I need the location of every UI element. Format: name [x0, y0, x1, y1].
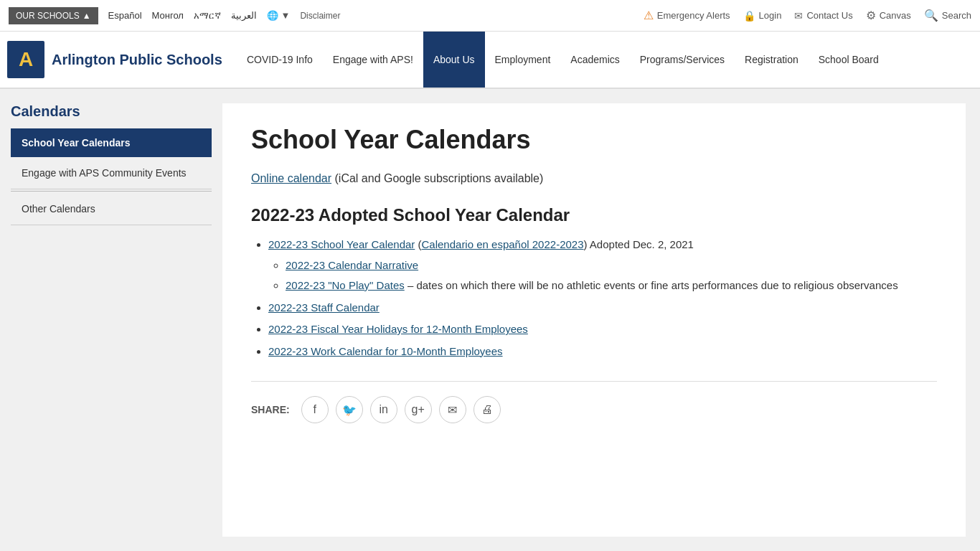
nav-about[interactable]: About Us — [423, 32, 485, 88]
share-twitter[interactable]: 🐦 — [336, 396, 363, 423]
list-item: 2022-23 Work Calendar for 10-Month Emplo… — [268, 344, 937, 360]
espanol-link[interactable]: Español — [108, 10, 142, 21]
contact-us-link[interactable]: ✉ Contact Us — [794, 10, 852, 22]
sidebar: Calendars School Year Calendars Engage w… — [0, 89, 222, 551]
search-link[interactable]: 🔍 Search — [924, 9, 971, 22]
mongolian-link[interactable]: Монгол — [152, 10, 184, 21]
nav-academics[interactable]: Academics — [560, 32, 629, 88]
share-facebook[interactable]: f — [301, 396, 329, 423]
email-share-icon: ✉ — [448, 403, 457, 417]
sidebar-item-engage-community[interactable]: Engage with APS Community Events — [11, 157, 212, 189]
online-calendar-link[interactable]: Online calendar — [251, 172, 331, 184]
online-cal-line: Online calendar (iCal and Google subscri… — [251, 172, 937, 185]
arabic-link[interactable]: العربية — [231, 10, 257, 21]
calendario-espanol-link[interactable]: Calendario en español 2022-2023 — [422, 238, 584, 250]
chevron-up-icon: ▲ — [83, 11, 91, 21]
school-name: Arlington Public Schools — [52, 51, 222, 68]
nav-employment[interactable]: Employment — [485, 32, 561, 88]
no-play-description: – dates on which there will be no athlet… — [407, 279, 898, 291]
sidebar-item-school-year-calendars[interactable]: School Year Calendars — [11, 128, 212, 157]
canvas-label: Canvas — [880, 10, 911, 21]
lock-icon: 🔒 — [743, 10, 755, 22]
adopted-text: Adopted Dec. 2, 2021 — [590, 238, 694, 250]
facebook-icon: f — [313, 403, 316, 416]
page-layout: Calendars School Year Calendars Engage w… — [0, 89, 980, 551]
search-label: Search — [942, 10, 971, 21]
school-year-cal-link[interactable]: 2022-23 School Year Calendar — [268, 238, 415, 250]
print-icon: 🖨 — [481, 403, 493, 416]
contact-us-label: Contact Us — [806, 10, 852, 21]
fiscal-year-holidays-link[interactable]: 2022-23 Fiscal Year Holidays for 12-Mont… — [268, 323, 528, 335]
list-item: 2022-23 Staff Calendar — [268, 300, 937, 316]
share-email[interactable]: ✉ — [439, 396, 466, 423]
top-bar-left: OUR SCHOOLS ▲ Español Монгол አማርኛ العربي… — [9, 7, 340, 24]
sidebar-item-other-calendars[interactable]: Other Calendars — [11, 193, 212, 225]
sidebar-heading: Calendars — [11, 103, 212, 120]
login-link[interactable]: 🔒 Login — [743, 10, 782, 22]
sub-list-item: 2022-23 "No Play" Dates – dates on which… — [286, 278, 937, 294]
share-print[interactable]: 🖨 — [473, 396, 501, 423]
logo-icon: A — [7, 41, 44, 78]
twitter-icon: 🐦 — [342, 403, 357, 417]
online-cal-suffix: (iCal and Google subscriptions available… — [331, 172, 543, 184]
list-item: 2022-23 Fiscal Year Holidays for 12-Mont… — [268, 321, 937, 338]
top-bar: OUR SCHOOLS ▲ Español Монгол አማርኛ العربي… — [0, 0, 980, 32]
nav-engage[interactable]: Engage with APS! — [323, 32, 423, 88]
section-heading: 2022-23 Adopted School Year Calendar — [251, 205, 937, 225]
disclaimer-link[interactable]: Disclaimer — [300, 11, 340, 21]
nav-school-board[interactable]: School Board — [809, 32, 889, 88]
mail-icon: ✉ — [794, 10, 803, 22]
nav-covid[interactable]: COVID-19 Info — [237, 32, 323, 88]
nav-registration[interactable]: Registration — [735, 32, 809, 88]
sub-list: 2022-23 Calendar Narrative 2022-23 "No P… — [268, 258, 937, 294]
main-nav: A Arlington Public Schools COVID-19 Info… — [0, 32, 980, 89]
calendar-narrative-link[interactable]: 2022-23 Calendar Narrative — [286, 259, 418, 271]
sidebar-divider — [11, 191, 212, 192]
login-label: Login — [759, 10, 782, 21]
main-content: School Year Calendars Online calendar (i… — [222, 103, 966, 537]
warning-icon: ⚠ — [644, 9, 654, 22]
canvas-link[interactable]: ⚙ Canvas — [866, 9, 911, 22]
staff-calendar-link[interactable]: 2022-23 Staff Calendar — [268, 301, 380, 314]
share-bar: SHARE: f 🐦 in g+ ✉ 🖨 — [251, 381, 937, 423]
top-bar-right: ⚠ Emergency Alerts 🔒 Login ✉ Contact Us … — [644, 9, 971, 22]
share-linkedin[interactable]: in — [370, 396, 397, 423]
page-title: School Year Calendars — [251, 125, 937, 155]
emergency-alerts-link[interactable]: ⚠ Emergency Alerts — [644, 9, 730, 22]
googleplus-icon: g+ — [412, 403, 425, 416]
search-icon: 🔍 — [924, 9, 938, 22]
main-list: 2022-23 School Year Calendar (Calendario… — [251, 237, 937, 359]
our-schools-label: OUR SCHOOLS — [16, 11, 80, 21]
no-play-dates-link[interactable]: 2022-23 "No Play" Dates — [286, 279, 405, 291]
nav-items: COVID-19 Info Engage with APS! About Us … — [237, 32, 889, 88]
linkedin-icon: in — [379, 403, 387, 416]
nav-programs[interactable]: Programs/Services — [630, 32, 735, 88]
share-googleplus[interactable]: g+ — [405, 396, 432, 423]
our-schools-button[interactable]: OUR SCHOOLS ▲ — [9, 7, 98, 24]
list-item: 2022-23 School Year Calendar (Calendario… — [268, 237, 937, 294]
amharic-link[interactable]: አማርኛ — [194, 10, 221, 22]
share-label: SHARE: — [251, 404, 290, 415]
globe-icon: 🌐 ▼ — [267, 10, 290, 21]
emergency-alerts-label: Emergency Alerts — [657, 10, 730, 21]
logo-link[interactable]: A Arlington Public Schools — [7, 41, 237, 78]
canvas-icon: ⚙ — [866, 9, 876, 22]
sub-list-item: 2022-23 Calendar Narrative — [286, 258, 937, 274]
work-calendar-link[interactable]: 2022-23 Work Calendar for 10-Month Emplo… — [268, 345, 503, 357]
